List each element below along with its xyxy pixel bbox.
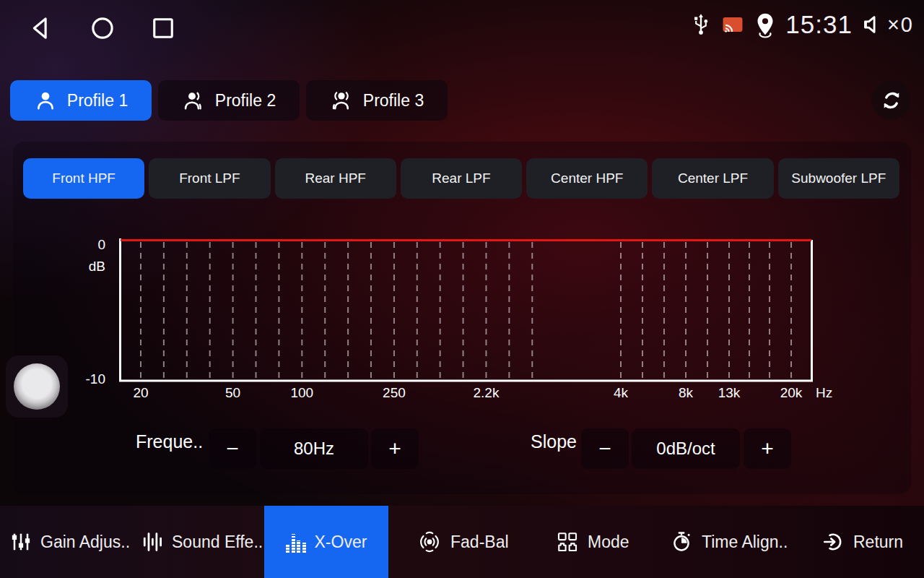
- x-tick-2.2k: 2.2k: [473, 385, 499, 401]
- gain-adjust-icon: [10, 531, 32, 553]
- nav-sound-effects[interactable]: Sound Effe..: [141, 506, 263, 578]
- y-tick-0: 0: [77, 237, 105, 253]
- x-tick-4k: 4k: [614, 385, 628, 401]
- frequency-plus-button[interactable]: +: [371, 428, 419, 469]
- nav-fad-bal[interactable]: Fad-Bal: [417, 506, 509, 578]
- filter-tab-rear-lpf[interactable]: Rear LPF: [401, 158, 522, 199]
- nav-xover[interactable]: X-Over: [264, 506, 388, 578]
- profile-tabs: Profile 1 Profile 2 Profile 3: [10, 80, 448, 121]
- status-bar: 15:31 ×0: [689, 10, 912, 39]
- nav-label: Mode: [588, 532, 629, 552]
- frequency-value: 80Hz: [260, 428, 368, 469]
- nav-label: Time Align..: [702, 532, 788, 552]
- location-icon: [752, 10, 778, 39]
- nav-mode[interactable]: Mode: [556, 506, 629, 578]
- slope-minus-button[interactable]: −: [581, 428, 629, 469]
- slope-value: 0dB/oct: [632, 428, 740, 469]
- usb-icon: [689, 10, 713, 39]
- frequency-label: Freque..: [136, 431, 203, 452]
- nav-return[interactable]: Return: [821, 506, 903, 578]
- x-axis-ticks: 20501002502.2k4k8k13k20k: [119, 385, 813, 404]
- frequency-response-chart[interactable]: [119, 238, 813, 382]
- nav-label: Sound Effe..: [172, 532, 263, 552]
- home-icon: [87, 13, 118, 43]
- nav-label: Return: [853, 532, 903, 552]
- return-arrow-icon: [821, 530, 845, 553]
- x-tick-100: 100: [290, 385, 313, 401]
- recents-icon: [148, 13, 178, 43]
- y-tick-neg10: -10: [77, 371, 105, 387]
- fader-balance-icon: [417, 530, 442, 554]
- nav-label: Gain Adjus..: [40, 532, 130, 552]
- x-tick-50: 50: [225, 385, 240, 401]
- filter-tab-center-lpf[interactable]: Center LPF: [652, 158, 773, 199]
- nav-time-align[interactable]: Time Align..: [670, 506, 788, 578]
- android-back-button[interactable]: [26, 13, 56, 46]
- volume-level: 0: [901, 13, 912, 37]
- slope-plus-button[interactable]: +: [744, 428, 791, 469]
- filter-tab-front-lpf[interactable]: Front LPF: [149, 158, 270, 199]
- volume-mute-symbol: ×: [887, 13, 899, 37]
- profile-tab-label: Profile 3: [363, 91, 424, 111]
- frequency-minus-button[interactable]: −: [209, 428, 256, 469]
- chart-grid: [119, 238, 813, 382]
- profile-tab-1[interactable]: Profile 1: [10, 80, 152, 121]
- nav-label: Fad-Bal: [450, 532, 509, 552]
- refresh-icon: [879, 88, 904, 113]
- filter-tab-subwoofer-lpf[interactable]: Subwoofer LPF: [778, 158, 899, 199]
- nav-gain-adjust[interactable]: Gain Adjus..: [10, 506, 130, 578]
- adjust-knob[interactable]: [6, 355, 68, 418]
- x-tick-250: 250: [383, 385, 406, 401]
- profile-tab-2[interactable]: Profile 2: [158, 80, 300, 121]
- xover-panel: Front HPFFront LPFRear HPFRear LPFCenter…: [13, 142, 911, 494]
- filter-tabs: Front HPFFront LPFRear HPFRear LPFCenter…: [23, 158, 899, 199]
- x-tick-20k: 20k: [780, 385, 803, 401]
- filter-tab-rear-hpf[interactable]: Rear HPF: [275, 158, 396, 199]
- cast-icon: [720, 12, 745, 37]
- stopwatch-icon: [670, 530, 693, 553]
- user-two-arcs-icon: [330, 89, 353, 112]
- back-icon: [26, 13, 56, 43]
- volume-muted-icon: [860, 12, 886, 38]
- profile-tab-3[interactable]: Profile 3: [306, 80, 448, 121]
- slope-label: Slope: [531, 431, 577, 452]
- filter-tab-center-hpf[interactable]: Center HPF: [526, 158, 648, 199]
- user-one-arc-icon: [182, 89, 205, 112]
- clock: 15:31: [785, 10, 853, 39]
- x-axis-unit: Hz: [816, 385, 832, 401]
- profile-tab-label: Profile 1: [67, 91, 128, 111]
- profile-tab-label: Profile 2: [215, 91, 276, 111]
- user-icon: [34, 89, 57, 112]
- bottom-nav: Gain Adjus.. Sound Effe.. X-Over Fad-Bal: [0, 506, 924, 578]
- nav-label: X-Over: [315, 532, 367, 552]
- sync-button[interactable]: [871, 80, 911, 120]
- sound-effects-icon: [141, 531, 163, 553]
- volume-status: ×0: [860, 12, 912, 38]
- x-tick-20: 20: [133, 385, 148, 401]
- android-recents-button[interactable]: [148, 13, 178, 46]
- filter-tab-front-hpf[interactable]: Front HPF: [23, 158, 144, 199]
- equalizer-icon: [286, 531, 306, 553]
- x-tick-8k: 8k: [679, 385, 693, 401]
- y-axis-unit: dB: [77, 259, 105, 275]
- knob-handle[interactable]: [14, 363, 60, 410]
- x-tick-13k: 13k: [718, 385, 741, 401]
- mode-icon: [556, 530, 579, 553]
- android-home-button[interactable]: [87, 13, 118, 46]
